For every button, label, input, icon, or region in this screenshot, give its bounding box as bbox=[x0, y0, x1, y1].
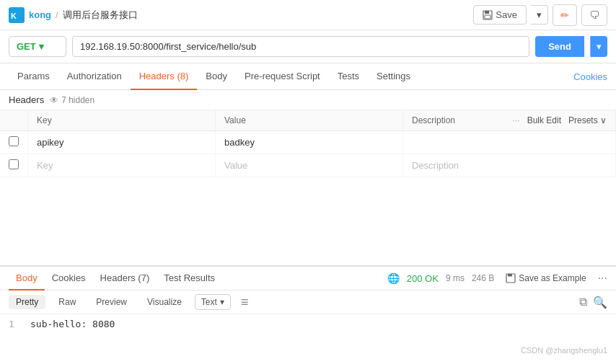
row1-checkbox-cell[interactable] bbox=[0, 131, 28, 154]
format-pretty-button[interactable]: Pretty bbox=[9, 295, 45, 309]
response-panel: Body Cookies Headers (7) Test Results 🌐 … bbox=[0, 265, 616, 359]
tab-tests[interactable]: Tests bbox=[329, 63, 368, 90]
table-row: apikey badkey bbox=[0, 131, 616, 154]
word-wrap-icon[interactable]: ≡ bbox=[241, 295, 249, 310]
kong-logo: K bbox=[9, 7, 25, 23]
eye-icon: 👁 bbox=[50, 95, 58, 105]
svg-rect-3 bbox=[485, 11, 489, 14]
top-bar-actions: Save ▾ ✏ 🗨 bbox=[473, 4, 607, 26]
main-content: Headers 👁 7 hidden Key Value Description… bbox=[0, 90, 616, 359]
watermark: CSDN @zhangshenglu1 bbox=[521, 346, 607, 355]
th-description: Description bbox=[412, 115, 455, 125]
text-type-label: Text bbox=[201, 297, 217, 307]
save-icon bbox=[483, 10, 493, 20]
response-tab-cookies[interactable]: Cookies bbox=[45, 267, 93, 290]
format-row: Pretty Raw Preview Visualize Text ▾ ≡ ⧉ … bbox=[0, 290, 616, 314]
tab-params[interactable]: Params bbox=[9, 63, 58, 90]
table-header: Key Value Description ··· Bulk Edit Pres… bbox=[0, 110, 616, 131]
th-checkbox bbox=[0, 110, 28, 131]
response-more-button[interactable]: ··· bbox=[598, 272, 607, 285]
request-tabs: Params Authorization Headers (8) Body Pr… bbox=[0, 63, 616, 90]
more-icon[interactable]: ··· bbox=[513, 115, 520, 125]
row1-key[interactable]: apikey bbox=[28, 131, 216, 154]
headers-section-bar: Headers 👁 7 hidden bbox=[0, 90, 616, 110]
row2-key-placeholder: Key bbox=[37, 160, 53, 171]
format-raw-button[interactable]: Raw bbox=[51, 295, 83, 309]
save-example-button[interactable]: Save as Example bbox=[501, 271, 590, 285]
send-label: Send bbox=[548, 41, 571, 52]
url-input[interactable] bbox=[72, 36, 529, 57]
row1-value[interactable]: badkey bbox=[216, 131, 403, 154]
tab-headers[interactable]: Headers (8) bbox=[131, 63, 198, 90]
tab-pre-request-script[interactable]: Pre-request Script bbox=[236, 63, 329, 90]
url-bar: GET ▾ Send ▾ bbox=[0, 30, 616, 63]
save-dropdown-button[interactable]: ▾ bbox=[531, 5, 548, 25]
text-type-dropdown-icon: ▾ bbox=[220, 297, 224, 307]
save-example-icon bbox=[506, 273, 516, 283]
row2-description[interactable]: Description bbox=[403, 154, 616, 177]
th-description-actions: Description ··· Bulk Edit Presets ∨ bbox=[403, 110, 616, 131]
row2-value-placeholder: Value bbox=[224, 160, 247, 171]
page-title: 调用后台服务接口 bbox=[63, 9, 138, 22]
svg-rect-4 bbox=[485, 15, 490, 19]
tab-authorization[interactable]: Authorization bbox=[58, 63, 131, 90]
method-dropdown-icon: ▾ bbox=[39, 41, 44, 52]
tab-body[interactable]: Body bbox=[197, 63, 236, 90]
line-number-1: 1 bbox=[9, 319, 19, 355]
response-status: 200 OK bbox=[407, 273, 439, 284]
globe-icon: 🌐 bbox=[387, 272, 400, 284]
tab-settings[interactable]: Settings bbox=[368, 63, 419, 90]
save-example-label: Save as Example bbox=[519, 273, 586, 283]
response-line-1: sub-hello: 8080 bbox=[30, 319, 115, 355]
response-meta: 🌐 200 OK 9 ms 246 B Save as Example ··· bbox=[387, 271, 607, 285]
method-label: GET bbox=[17, 41, 36, 52]
breadcrumb-sep: / bbox=[56, 9, 58, 20]
format-preview-button[interactable]: Preview bbox=[89, 295, 134, 309]
edit-button[interactable]: ✏ bbox=[553, 4, 577, 26]
top-bar: K kong / 调用后台服务接口 Save ▾ ✏ 🗨 bbox=[0, 0, 616, 30]
breadcrumb: K kong / 调用后台服务接口 bbox=[9, 7, 138, 23]
svg-rect-6 bbox=[508, 274, 512, 277]
response-time: 9 ms bbox=[446, 273, 465, 283]
row2-description-placeholder: Description bbox=[412, 160, 459, 171]
send-button[interactable]: Send bbox=[535, 36, 584, 57]
response-tab-test-results[interactable]: Test Results bbox=[157, 267, 222, 290]
row2-value[interactable]: Value bbox=[216, 154, 403, 177]
send-dropdown-button[interactable]: ▾ bbox=[590, 36, 607, 57]
response-tab-body[interactable]: Body bbox=[9, 267, 45, 290]
table-row: Key Value Description bbox=[0, 154, 616, 177]
row1-checkbox[interactable] bbox=[9, 136, 19, 146]
row2-key[interactable]: Key bbox=[28, 154, 216, 177]
hidden-badge: 👁 7 hidden bbox=[50, 95, 94, 105]
row2-checkbox-cell[interactable] bbox=[0, 154, 28, 177]
method-select[interactable]: GET ▾ bbox=[9, 36, 66, 57]
copy-icon[interactable]: ⧉ bbox=[579, 296, 587, 309]
row1-description[interactable] bbox=[403, 131, 616, 154]
row2-checkbox[interactable] bbox=[9, 159, 19, 169]
search-icon[interactable]: 🔍 bbox=[593, 296, 607, 309]
bulk-edit-button[interactable]: Bulk Edit bbox=[527, 115, 561, 125]
svg-text:K: K bbox=[11, 12, 17, 20]
headers-table: Key Value Description ··· Bulk Edit Pres… bbox=[0, 110, 616, 177]
response-tab-headers[interactable]: Headers (7) bbox=[93, 267, 157, 290]
presets-button[interactable]: Presets ∨ bbox=[568, 115, 607, 125]
brand-name: kong bbox=[29, 9, 51, 20]
text-type-select[interactable]: Text ▾ bbox=[195, 294, 231, 310]
cookies-button[interactable]: Cookies bbox=[573, 71, 607, 82]
th-value: Value bbox=[216, 110, 403, 131]
hidden-count: 7 hidden bbox=[61, 95, 94, 105]
response-size: 246 B bbox=[472, 273, 494, 283]
headers-title: Headers bbox=[9, 94, 44, 105]
save-button[interactable]: Save bbox=[473, 5, 527, 25]
save-label: Save bbox=[496, 9, 517, 20]
th-key: Key bbox=[28, 110, 216, 131]
format-visualize-button[interactable]: Visualize bbox=[140, 295, 189, 309]
response-tabs: Body Cookies Headers (7) Test Results 🌐 … bbox=[0, 267, 616, 290]
comment-button[interactable]: 🗨 bbox=[581, 4, 607, 26]
